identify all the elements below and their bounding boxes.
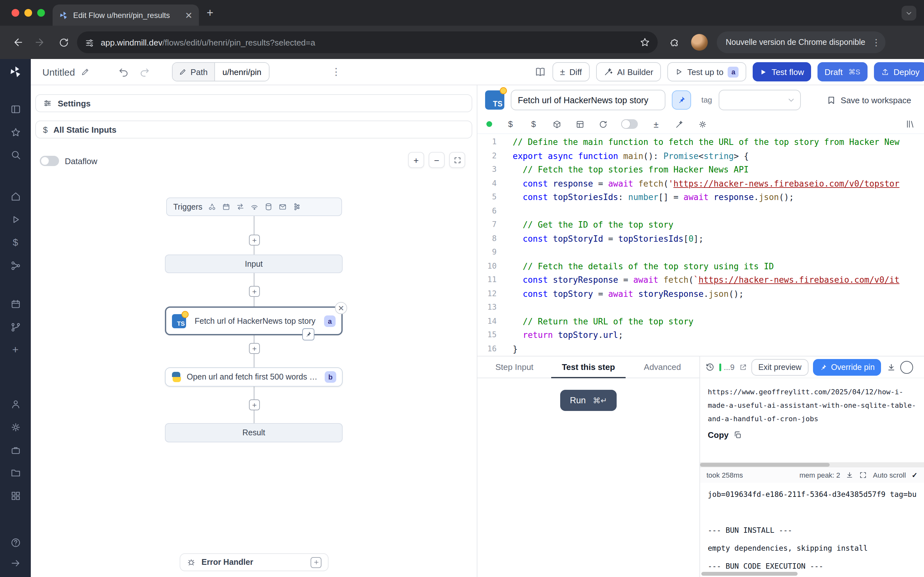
path-button[interactable]: Path u/henri/pin: [172, 62, 270, 81]
runs-icon[interactable]: [9, 213, 22, 226]
user-icon[interactable]: [9, 398, 22, 410]
code-line[interactable]: 4 const response = await fetch('https://…: [477, 177, 924, 190]
code-line[interactable]: 5 const topStoriesIds: number[] = await …: [477, 190, 924, 204]
back-button[interactable]: [9, 34, 26, 51]
test-up-to-button[interactable]: Test up to a: [667, 62, 746, 81]
add-step-button[interactable]: +: [249, 400, 260, 410]
code-line[interactable]: 6: [477, 204, 924, 218]
browser-tab[interactable]: Edit Flow u/henri/pin_results ✕: [53, 5, 199, 26]
download-result-icon[interactable]: [887, 363, 896, 372]
code-line[interactable]: 13: [477, 301, 924, 314]
code-line[interactable]: 11 const storyResponse = await fetch(`ht…: [477, 273, 924, 287]
flow-settings-row[interactable]: Settings: [35, 94, 472, 112]
more-options-icon[interactable]: ⋮: [331, 66, 341, 77]
workers-icon[interactable]: [9, 444, 22, 456]
close-window-button[interactable]: [11, 9, 19, 17]
code-line[interactable]: 16}: [477, 342, 924, 356]
collapse-sidebar-icon[interactable]: [9, 556, 22, 569]
forward-button[interactable]: [32, 34, 49, 51]
windmill-logo[interactable]: [9, 65, 22, 78]
step-node-b[interactable]: Open url and fetch first 500 words of ..…: [165, 367, 342, 387]
reload-button[interactable]: [55, 34, 72, 51]
dependencies-icon[interactable]: [575, 119, 585, 129]
open-run-external-icon[interactable]: [739, 363, 746, 371]
code-line[interactable]: 3 // Fetch the top stories from Hacker N…: [477, 163, 924, 177]
test-flow-button[interactable]: Test flow: [753, 62, 811, 81]
library-icon[interactable]: [905, 119, 915, 129]
pin-indicator-icon[interactable]: [302, 328, 314, 340]
home-icon[interactable]: [9, 190, 22, 203]
websocket-icon[interactable]: [250, 203, 259, 211]
folders-icon[interactable]: [9, 466, 22, 479]
error-handler-node[interactable]: Error Handler: [180, 553, 328, 571]
exit-preview-button[interactable]: Exit preview: [751, 359, 809, 376]
diff-mode-toggle[interactable]: [621, 119, 638, 129]
minimize-window-button[interactable]: [24, 9, 32, 17]
schedule-icon[interactable]: [222, 203, 231, 211]
ai-gen-icon[interactable]: [674, 119, 684, 129]
override-pin-button[interactable]: Override pin: [813, 359, 881, 376]
save-to-workspace-button[interactable]: Save to workspace: [827, 95, 916, 105]
code-line[interactable]: 2export async function main(): Promise<s…: [477, 149, 924, 163]
schedules-icon[interactable]: [9, 298, 22, 310]
deploy-button[interactable]: Deploy: [874, 62, 924, 81]
bookmark-star-icon[interactable]: [640, 37, 650, 47]
code-line[interactable]: 8 const topStoryId = topStoriesIds[0];: [477, 232, 924, 245]
add-icon[interactable]: +: [9, 343, 22, 356]
email-icon[interactable]: [279, 203, 287, 211]
tab-search-button[interactable]: [901, 6, 916, 21]
zoom-out-button[interactable]: −: [429, 152, 445, 168]
profile-avatar[interactable]: [691, 34, 708, 51]
add-step-button[interactable]: +: [249, 286, 260, 297]
browser-menu-icon[interactable]: ⋮: [872, 37, 881, 47]
variables-icon[interactable]: $: [9, 235, 22, 248]
step-node-a[interactable]: TS Fetch url of HackerNews top story a ✕: [165, 306, 342, 335]
tag-select[interactable]: [718, 90, 800, 110]
docs-book-icon[interactable]: [534, 66, 546, 77]
columns-icon[interactable]: [9, 103, 22, 115]
code-line[interactable]: 10 // Fetch the details of the top story…: [477, 259, 924, 273]
help-icon[interactable]: [9, 536, 22, 549]
undo-icon[interactable]: [118, 66, 129, 77]
settings-icon[interactable]: [9, 421, 22, 434]
zoom-in-button[interactable]: +: [408, 152, 424, 168]
code-line[interactable]: 15 return topStory.url;: [477, 328, 924, 342]
log-output[interactable]: job=019634fd-e186-211f-5364-d3e4385d57f9…: [700, 483, 924, 571]
code-editor[interactable]: 1// Define the main function to fetch th…: [477, 134, 924, 356]
log-horizontal-scrollbar[interactable]: [700, 571, 924, 577]
step-title-input[interactable]: Fetch url of HackerNews top story: [511, 90, 666, 110]
tab-test-this-step[interactable]: Test this step: [551, 356, 626, 378]
kafka-icon[interactable]: [293, 203, 301, 211]
tab-advanced[interactable]: Advanced: [625, 356, 699, 378]
code-line[interactable]: 14 // Return the URL of the top story: [477, 314, 924, 328]
auto-scroll-checkbox[interactable]: ✓: [912, 471, 918, 479]
resources-icon[interactable]: [9, 259, 22, 272]
tab-step-input[interactable]: Step Input: [477, 356, 551, 378]
triggers-node[interactable]: Triggers: [166, 197, 342, 216]
maximize-window-button[interactable]: [37, 9, 45, 17]
site-info-icon[interactable]: [85, 37, 94, 47]
delete-step-icon[interactable]: ✕: [335, 302, 347, 314]
code-line[interactable]: 1// Define the main function to fetch th…: [477, 135, 924, 149]
http-route-icon[interactable]: [236, 203, 245, 211]
code-line[interactable]: 9: [477, 245, 924, 259]
expand-logs-icon[interactable]: [859, 471, 867, 479]
diff-button[interactable]: ± Diff: [552, 62, 590, 81]
add-variable-icon[interactable]: $: [506, 119, 515, 129]
webhook-icon[interactable]: [208, 203, 216, 211]
edit-title-pencil-icon[interactable]: [81, 67, 90, 76]
add-resource-icon[interactable]: $: [529, 119, 538, 129]
history-icon[interactable]: [705, 362, 715, 372]
input-node[interactable]: Input: [165, 255, 342, 273]
add-step-button[interactable]: +: [249, 235, 260, 245]
tab-close-icon[interactable]: ✕: [185, 11, 192, 19]
editor-settings-icon[interactable]: [698, 119, 707, 129]
result-horizontal-scrollbar[interactable]: [700, 462, 924, 467]
all-static-inputs-row[interactable]: $ All Static Inputs: [35, 121, 472, 139]
extensions-icon[interactable]: [666, 34, 682, 51]
download-logs-icon[interactable]: [846, 471, 854, 479]
result-node[interactable]: Result: [165, 423, 342, 442]
run-history-badge[interactable]: ...9: [719, 363, 734, 372]
copy-result-button[interactable]: Copy: [708, 430, 916, 440]
chrome-update-button[interactable]: Nouvelle version de Chrome disponible ⋮: [717, 31, 886, 53]
